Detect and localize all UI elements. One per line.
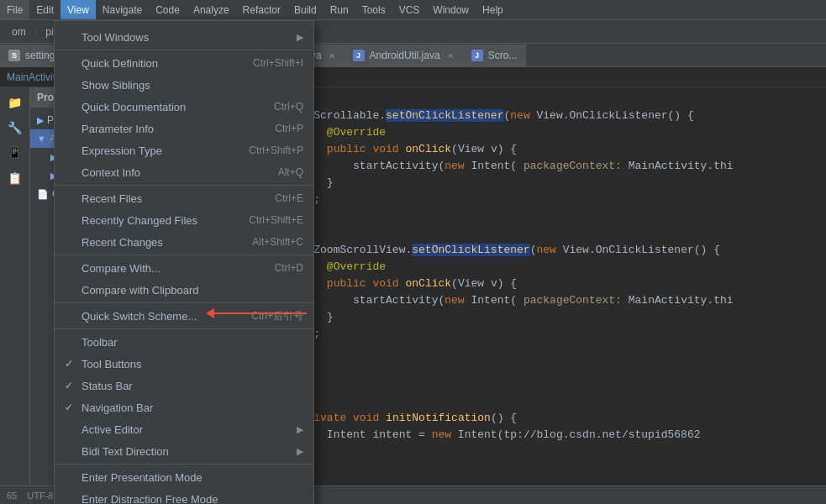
label-tool-windows: Tool Windows [82,31,292,44]
menu-section-modes: Enter Presentation Mode Enter Distractio… [55,465,313,504]
menu-item-show-siblings[interactable]: Show Siblings [55,74,313,96]
menu-section-quick: Quick Definition Ctrl+Shift+I Show Sibli… [55,50,313,186]
label-recent-changes: Recent Changes [82,236,247,249]
shortcut-expr-type: Ctrl+Shift+P [249,144,303,156]
menu-analyze[interactable]: Analyze [187,0,236,19]
menu-item-context-info[interactable]: Context Info Alt+Q [55,161,313,183]
label-tool-buttons: Tool Buttons [82,358,303,370]
menu-window[interactable]: Window [426,0,476,19]
menu-item-recent-files[interactable]: Recent Files Ctrl+E [55,187,313,209]
label-compare-with: Compare With... [82,262,270,275]
menu-refactor[interactable]: Refactor [236,0,287,19]
label-presentation-mode: Enter Presentation Mode [82,471,303,484]
status-line-col: 65 [7,491,17,501]
arrow-tool-windows: ▶ [297,32,303,43]
shortcut-recently-changed: Ctrl+Shift+E [249,214,303,226]
menu-help[interactable]: Help [476,0,510,19]
menu-item-quick-definition[interactable]: Quick Definition Ctrl+Shift+I [55,52,313,74]
tab-androidutil-close[interactable]: ✕ [447,51,454,60]
menu-item-param-info[interactable]: Parameter Info Ctrl+P [55,118,313,139]
label-quick-doc: Quick Documentation [82,101,269,113]
menu-section-tools: Tool Windows ▶ [55,24,313,50]
menu-vcs[interactable]: VCS [392,0,427,19]
menu-view[interactable]: View [61,0,96,19]
java-file-icon-3: J [353,50,365,61]
check-status-bar: ✓ [65,380,76,391]
sidebar-android-btn[interactable]: 📱 [3,141,27,165]
tree-icon-c: 📄 [37,189,49,200]
tab-androidutil[interactable]: J AndroidUtil.java ✕ [345,45,463,66]
menu-item-distraction-free[interactable]: Enter Distraction Free Mode [55,488,313,504]
tree-arrow-1: ▶ [37,115,44,126]
sidebar-project-btn[interactable]: 📁 [3,91,27,114]
label-show-siblings: Show Siblings [82,79,303,92]
settings-file-icon: S [8,50,20,61]
label-compare-clipboard: Compare with Clipboard [82,284,303,297]
menu-build[interactable]: Build [287,0,324,19]
label-recently-changed: Recently Changed Files [82,214,244,227]
label-context-info: Context Info [82,166,273,179]
arrow-active-editor: ▶ [297,424,303,435]
tab-scro[interactable]: J Scro... [463,45,527,66]
menu-item-expression-type[interactable]: Expression Type Ctrl+Shift+P [55,139,313,161]
check-navigation-bar: ✓ [65,402,76,413]
shortcut-recent-changes: Alt+Shift+C [252,236,303,248]
menu-section-recent: Recent Files Ctrl+E Recently Changed Fil… [55,186,313,255]
menu-item-navigation-bar[interactable]: ✓ Navigation Bar [55,396,313,418]
menu-item-bidi-text[interactable]: Bidi Text Direction ▶ [55,440,313,462]
check-tool-buttons: ✓ [65,358,76,370]
label-toolbar: Toolbar [82,336,303,349]
menu-item-recently-changed[interactable]: Recently Changed Files Ctrl+Shift+E [55,209,313,231]
java-file-icon-4: J [471,50,483,61]
tab-uihelper-close[interactable]: ✕ [329,51,335,60]
menu-item-compare-with[interactable]: Compare With... Ctrl+D [55,257,313,279]
menu-item-toolbar[interactable]: Toolbar [55,331,313,353]
menu-file[interactable]: File [0,0,29,19]
breadcrumb-om[interactable]: om [7,24,31,39]
menu-edit[interactable]: Edit [29,0,61,19]
label-recent-files: Recent Files [82,192,270,205]
toolbar-arrow-annotation [206,308,307,318]
label-quick-definition: Quick Definition [82,57,248,70]
label-distraction-free: Enter Distraction Free Mode [82,493,303,505]
tab-scro-label: Scro... [488,50,518,61]
menu-item-tool-windows[interactable]: Tool Windows ▶ [55,26,313,48]
label-param-info: Parameter Info [82,123,270,135]
status-encoding: UTF-8 [27,491,53,501]
menu-bar: File Edit View Navigate Code Analyze Ref… [0,0,826,20]
menu-item-tool-buttons[interactable]: ✓ Tool Buttons [55,353,313,375]
view-dropdown-menu: Tool Windows ▶ Quick Definition Ctrl+Shi… [54,20,314,504]
label-status-bar: Status Bar [82,380,303,392]
arrow-head [206,308,214,318]
menu-section-ui: Toolbar ✓ Tool Buttons ✓ Status Bar ✓ Na… [55,329,313,465]
shortcut-quick-def: Ctrl+Shift+I [253,57,303,69]
path-class[interactable]: MainActivity [7,71,61,83]
sidebar: 📁 🔧 📱 📋 [0,87,30,504]
menu-item-status-bar[interactable]: ✓ Status Bar [55,375,313,396]
tab-androidutil-label: AndroidUtil.java [370,50,440,61]
arrow-bidi-text: ▶ [297,446,303,457]
breadcrumb-sep-1: › [34,27,38,37]
shortcut-quick-doc: Ctrl+Q [274,101,303,113]
sidebar-logcat-btn[interactable]: 📋 [3,166,27,190]
menu-item-recent-changes[interactable]: Recent Changes Alt+Shift+C [55,231,313,253]
shortcut-compare-with: Ctrl+D [275,262,303,274]
label-expression-type: Expression Type [82,144,244,157]
menu-run[interactable]: Run [324,0,355,19]
shortcut-context-info: Alt+Q [278,166,303,178]
tree-arrow-2: ▼ [37,134,46,144]
label-navigation-bar: Navigation Bar [82,402,303,414]
menu-code[interactable]: Code [149,0,187,19]
shortcut-param-info: Ctrl+P [275,123,303,134]
menu-item-presentation-mode[interactable]: Enter Presentation Mode [55,466,313,488]
label-bidi-text: Bidi Text Direction [82,445,292,458]
menu-item-compare-clipboard[interactable]: Compare with Clipboard [55,279,313,301]
menu-section-compare: Compare With... Ctrl+D Compare with Clip… [55,255,313,303]
menu-item-quick-doc[interactable]: Quick Documentation Ctrl+Q [55,96,313,118]
menu-navigate[interactable]: Navigate [96,0,149,19]
menu-tools[interactable]: Tools [355,0,392,19]
shortcut-recent-files: Ctrl+E [275,192,303,204]
label-active-editor: Active Editor [82,423,292,436]
sidebar-structure-btn[interactable]: 🔧 [3,116,27,139]
menu-item-active-editor[interactable]: Active Editor ▶ [55,418,313,440]
